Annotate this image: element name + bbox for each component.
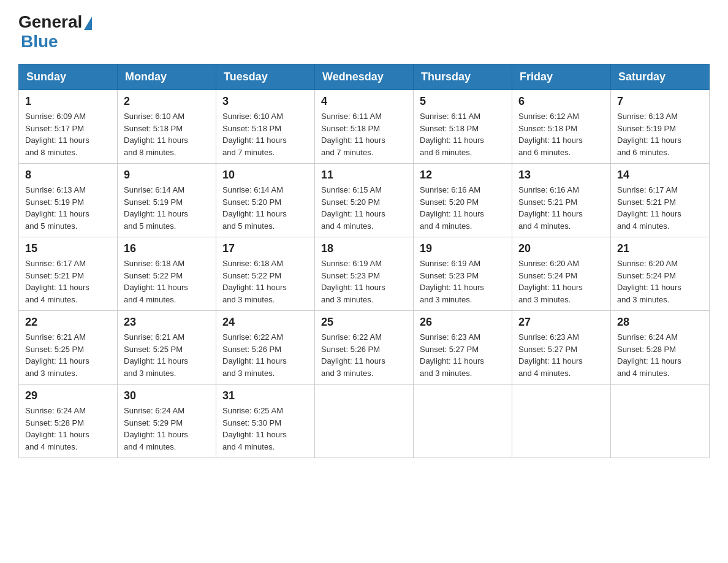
calendar-cell	[315, 385, 414, 458]
calendar-cell: 30 Sunrise: 6:24 AM Sunset: 5:29 PM Dayl…	[118, 385, 216, 458]
calendar-cell: 6 Sunrise: 6:12 AM Sunset: 5:18 PM Dayli…	[512, 90, 611, 164]
calendar-cell	[611, 385, 710, 458]
day-info: Sunrise: 6:09 AM Sunset: 5:17 PM Dayligh…	[25, 110, 111, 158]
calendar-cell: 13 Sunrise: 6:16 AM Sunset: 5:21 PM Dayl…	[512, 164, 611, 237]
day-number: 30	[124, 389, 210, 402]
calendar-cell: 23 Sunrise: 6:21 AM Sunset: 5:25 PM Dayl…	[118, 311, 216, 385]
calendar-cell: 15 Sunrise: 6:17 AM Sunset: 5:21 PM Dayl…	[19, 237, 118, 311]
day-number: 21	[617, 242, 703, 255]
calendar-cell: 26 Sunrise: 6:23 AM Sunset: 5:27 PM Dayl…	[414, 311, 512, 385]
calendar-cell: 4 Sunrise: 6:11 AM Sunset: 5:18 PM Dayli…	[315, 90, 414, 164]
calendar-header: SundayMondayTuesdayWednesdayThursdayFrid…	[19, 64, 710, 90]
day-number: 16	[124, 242, 210, 255]
calendar-cell: 27 Sunrise: 6:23 AM Sunset: 5:27 PM Dayl…	[512, 311, 611, 385]
day-info: Sunrise: 6:16 AM Sunset: 5:21 PM Dayligh…	[518, 184, 604, 232]
day-info: Sunrise: 6:19 AM Sunset: 5:23 PM Dayligh…	[420, 258, 506, 305]
day-info: Sunrise: 6:13 AM Sunset: 5:19 PM Dayligh…	[25, 184, 111, 232]
weekday-monday: Monday	[118, 64, 216, 90]
calendar-cell: 19 Sunrise: 6:19 AM Sunset: 5:23 PM Dayl…	[414, 237, 512, 311]
day-number: 5	[420, 95, 506, 108]
day-number: 1	[25, 95, 111, 108]
weekday-wednesday: Wednesday	[315, 64, 414, 90]
weekday-friday: Friday	[512, 64, 611, 90]
calendar-cell: 29 Sunrise: 6:24 AM Sunset: 5:28 PM Dayl…	[19, 385, 118, 458]
day-number: 19	[420, 242, 506, 255]
calendar-week-1: 1 Sunrise: 6:09 AM Sunset: 5:17 PM Dayli…	[19, 90, 710, 164]
day-info: Sunrise: 6:24 AM Sunset: 5:28 PM Dayligh…	[617, 331, 703, 379]
calendar-cell: 5 Sunrise: 6:11 AM Sunset: 5:18 PM Dayli…	[414, 90, 512, 164]
day-number: 26	[420, 316, 506, 329]
calendar-cell: 9 Sunrise: 6:14 AM Sunset: 5:19 PM Dayli…	[118, 164, 216, 237]
day-info: Sunrise: 6:22 AM Sunset: 5:26 PM Dayligh…	[222, 331, 308, 379]
calendar-cell: 1 Sunrise: 6:09 AM Sunset: 5:17 PM Dayli…	[19, 90, 118, 164]
day-number: 12	[420, 169, 506, 182]
day-number: 25	[321, 316, 407, 329]
day-number: 10	[222, 169, 308, 182]
day-number: 24	[222, 316, 308, 329]
weekday-header-row: SundayMondayTuesdayWednesdayThursdayFrid…	[19, 64, 710, 90]
day-info: Sunrise: 6:23 AM Sunset: 5:27 PM Dayligh…	[518, 331, 604, 379]
day-info: Sunrise: 6:23 AM Sunset: 5:27 PM Dayligh…	[420, 331, 506, 379]
day-number: 15	[25, 242, 111, 255]
calendar-cell: 12 Sunrise: 6:16 AM Sunset: 5:20 PM Dayl…	[414, 164, 512, 237]
logo-blue-text: Blue	[21, 32, 58, 52]
day-number: 8	[25, 169, 111, 182]
day-number: 3	[222, 95, 308, 108]
day-info: Sunrise: 6:17 AM Sunset: 5:21 PM Dayligh…	[25, 258, 111, 305]
day-number: 9	[124, 169, 210, 182]
day-info: Sunrise: 6:13 AM Sunset: 5:19 PM Dayligh…	[617, 110, 703, 158]
weekday-thursday: Thursday	[414, 64, 512, 90]
calendar-week-5: 29 Sunrise: 6:24 AM Sunset: 5:28 PM Dayl…	[19, 385, 710, 458]
calendar-week-2: 8 Sunrise: 6:13 AM Sunset: 5:19 PM Dayli…	[19, 164, 710, 237]
calendar-cell	[512, 385, 611, 458]
calendar-cell: 2 Sunrise: 6:10 AM Sunset: 5:18 PM Dayli…	[118, 90, 216, 164]
calendar-cell: 11 Sunrise: 6:15 AM Sunset: 5:20 PM Dayl…	[315, 164, 414, 237]
day-number: 6	[518, 95, 604, 108]
calendar-cell: 7 Sunrise: 6:13 AM Sunset: 5:19 PM Dayli…	[611, 90, 710, 164]
day-info: Sunrise: 6:11 AM Sunset: 5:18 PM Dayligh…	[321, 110, 407, 158]
weekday-sunday: Sunday	[19, 64, 118, 90]
day-number: 31	[222, 389, 308, 402]
calendar-cell: 8 Sunrise: 6:13 AM Sunset: 5:19 PM Dayli…	[19, 164, 118, 237]
day-info: Sunrise: 6:11 AM Sunset: 5:18 PM Dayligh…	[420, 110, 506, 158]
day-info: Sunrise: 6:24 AM Sunset: 5:28 PM Dayligh…	[25, 405, 111, 453]
logo: General Blue	[18, 12, 93, 52]
calendar-week-3: 15 Sunrise: 6:17 AM Sunset: 5:21 PM Dayl…	[19, 237, 710, 311]
day-info: Sunrise: 6:12 AM Sunset: 5:18 PM Dayligh…	[518, 110, 604, 158]
day-number: 28	[617, 316, 703, 329]
calendar-cell	[414, 385, 512, 458]
day-info: Sunrise: 6:18 AM Sunset: 5:22 PM Dayligh…	[222, 258, 308, 305]
day-number: 23	[124, 316, 210, 329]
calendar-cell: 24 Sunrise: 6:22 AM Sunset: 5:26 PM Dayl…	[216, 311, 315, 385]
day-info: Sunrise: 6:21 AM Sunset: 5:25 PM Dayligh…	[124, 331, 210, 379]
day-number: 18	[321, 242, 407, 255]
weekday-saturday: Saturday	[611, 64, 710, 90]
day-info: Sunrise: 6:16 AM Sunset: 5:20 PM Dayligh…	[420, 184, 506, 232]
calendar-cell: 16 Sunrise: 6:18 AM Sunset: 5:22 PM Dayl…	[118, 237, 216, 311]
day-info: Sunrise: 6:25 AM Sunset: 5:30 PM Dayligh…	[222, 405, 308, 453]
day-info: Sunrise: 6:20 AM Sunset: 5:24 PM Dayligh…	[518, 258, 604, 305]
calendar-cell: 3 Sunrise: 6:10 AM Sunset: 5:18 PM Dayli…	[216, 90, 315, 164]
calendar-cell: 18 Sunrise: 6:19 AM Sunset: 5:23 PM Dayl…	[315, 237, 414, 311]
weekday-tuesday: Tuesday	[216, 64, 315, 90]
calendar-week-4: 22 Sunrise: 6:21 AM Sunset: 5:25 PM Dayl…	[19, 311, 710, 385]
calendar-body: 1 Sunrise: 6:09 AM Sunset: 5:17 PM Dayli…	[19, 90, 710, 458]
calendar-cell: 14 Sunrise: 6:17 AM Sunset: 5:21 PM Dayl…	[611, 164, 710, 237]
day-info: Sunrise: 6:20 AM Sunset: 5:24 PM Dayligh…	[617, 258, 703, 305]
day-info: Sunrise: 6:24 AM Sunset: 5:29 PM Dayligh…	[124, 405, 210, 453]
day-number: 27	[518, 316, 604, 329]
calendar-cell: 20 Sunrise: 6:20 AM Sunset: 5:24 PM Dayl…	[512, 237, 611, 311]
day-number: 29	[25, 389, 111, 402]
day-info: Sunrise: 6:18 AM Sunset: 5:22 PM Dayligh…	[124, 258, 210, 305]
logo-general-text: General	[18, 12, 82, 32]
day-info: Sunrise: 6:17 AM Sunset: 5:21 PM Dayligh…	[617, 184, 703, 232]
day-number: 13	[518, 169, 604, 182]
day-info: Sunrise: 6:14 AM Sunset: 5:20 PM Dayligh…	[222, 184, 308, 232]
calendar-cell: 21 Sunrise: 6:20 AM Sunset: 5:24 PM Dayl…	[611, 237, 710, 311]
calendar-cell: 28 Sunrise: 6:24 AM Sunset: 5:28 PM Dayl…	[611, 311, 710, 385]
day-info: Sunrise: 6:15 AM Sunset: 5:20 PM Dayligh…	[321, 184, 407, 232]
day-number: 2	[124, 95, 210, 108]
day-number: 14	[617, 169, 703, 182]
day-info: Sunrise: 6:22 AM Sunset: 5:26 PM Dayligh…	[321, 331, 407, 379]
day-info: Sunrise: 6:10 AM Sunset: 5:18 PM Dayligh…	[124, 110, 210, 158]
